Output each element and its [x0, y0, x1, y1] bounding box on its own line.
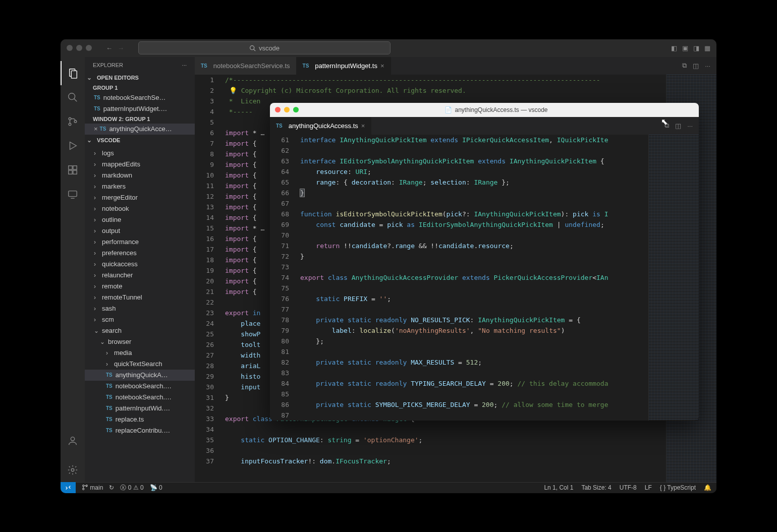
folder-item[interactable]: ›sash: [85, 303, 195, 314]
folder-item[interactable]: ›output: [85, 225, 195, 237]
toggle-secondary-sidebar-icon[interactable]: ◨: [693, 44, 699, 52]
minimap[interactable]: [648, 135, 699, 421]
svg-rect-12: [69, 170, 72, 173]
file-item[interactable]: TSnotebookSearch.…: [85, 381, 195, 392]
floating-titlebar: 📄anythingQuickAccess.ts — vscode: [270, 103, 699, 117]
floating-window: 📄anythingQuickAccess.ts — vscode TSanyth…: [270, 103, 699, 421]
open-editor-item[interactable]: TSnotebookSearchSe…: [85, 92, 195, 103]
run-debug-icon[interactable]: [61, 134, 85, 158]
open-editors-section[interactable]: ⌄OPEN EDITORS: [85, 72, 195, 83]
folder-item[interactable]: ›markdown: [85, 170, 195, 181]
svg-rect-13: [73, 170, 77, 173]
toggle-panel-icon[interactable]: ▣: [682, 44, 688, 52]
folder-item[interactable]: ›relauncher: [85, 270, 195, 281]
svg-marker-9: [70, 142, 77, 149]
file-item[interactable]: TSreplaceContribu.…: [85, 425, 195, 436]
search-icon[interactable]: [61, 85, 85, 109]
folder-item[interactable]: ›markers: [85, 181, 195, 192]
folder-item-search[interactable]: ⌄search: [85, 325, 195, 336]
editor-tabs: TSnotebookSearchService.ts TSpatternInpu…: [195, 57, 716, 75]
tab-notebook-search[interactable]: TSnotebookSearchService.ts: [195, 57, 297, 75]
search-icon: [249, 45, 256, 51]
nav-forward-icon[interactable]: →: [118, 44, 124, 52]
folder-item[interactable]: ›quickTextSearch: [85, 359, 195, 370]
svg-rect-14: [69, 191, 77, 196]
file-item[interactable]: TSreplace.ts: [85, 414, 195, 425]
svg-point-6: [69, 117, 71, 120]
split-editor-icon[interactable]: ◫: [675, 122, 681, 130]
floating-code-editor[interactable]: 6162636465666768697071727374757677787980…: [270, 135, 699, 421]
folder-item[interactable]: ›performance: [85, 237, 195, 248]
remote-indicator[interactable]: [61, 482, 76, 493]
folder-item[interactable]: ›remoteTunnel: [85, 292, 195, 303]
sidebar: EXPLORER ··· ⌄OPEN EDITORS GROUP 1 TSnot…: [85, 57, 195, 482]
file-item[interactable]: TSanythingQuickA…: [85, 370, 195, 381]
folder-item[interactable]: ›mappedEdits: [85, 159, 195, 170]
branch-indicator[interactable]: main: [82, 484, 103, 491]
language-mode[interactable]: { } TypeScript: [660, 484, 696, 491]
eol[interactable]: LF: [645, 484, 652, 491]
folder-item[interactable]: ›media: [85, 347, 195, 359]
folder-item[interactable]: ›notebook: [85, 203, 195, 214]
tab-anything-quick-access[interactable]: TSanythingQuickAccess.ts ×: [270, 117, 371, 135]
encoding[interactable]: UTF-8: [620, 484, 637, 491]
ports-indicator[interactable]: 📡 0: [150, 484, 162, 491]
group-label: WINDOW 2: GROUP 1: [85, 114, 195, 124]
file-item[interactable]: TSnotebookSearch.…: [85, 392, 195, 403]
sync-icon[interactable]: ↻: [109, 484, 114, 491]
folder-item[interactable]: ›logs: [85, 148, 195, 159]
source-control-icon[interactable]: [61, 109, 85, 134]
close-icon[interactable]: ×: [380, 62, 384, 70]
nav-back-icon[interactable]: ←: [106, 44, 113, 52]
folder-item[interactable]: ›quickaccess: [85, 259, 195, 270]
more-icon[interactable]: ···: [182, 62, 187, 68]
open-editor-item[interactable]: TSpatternInputWidget.…: [85, 103, 195, 114]
split-editor-icon[interactable]: ◫: [693, 62, 699, 70]
folder-item[interactable]: ›remote: [85, 281, 195, 292]
compare-icon[interactable]: ⧉: [664, 122, 669, 130]
close-icon[interactable]: [275, 107, 281, 112]
floating-title: anythingQuickAccess.ts — vscode: [455, 106, 547, 113]
svg-point-7: [69, 123, 71, 126]
customize-layout-icon[interactable]: ▦: [704, 44, 710, 52]
explorer-icon[interactable]: [61, 61, 85, 85]
svg-point-4: [69, 93, 75, 99]
cursor-position[interactable]: Ln 1, Col 1: [544, 484, 573, 491]
minimize-icon[interactable]: [284, 107, 290, 112]
folder-item[interactable]: ›mergeEditor: [85, 192, 195, 203]
more-icon[interactable]: ···: [687, 122, 693, 130]
maximize-icon[interactable]: [86, 45, 92, 51]
close-icon[interactable]: ×: [361, 122, 365, 130]
svg-rect-3: [71, 71, 77, 78]
problems-indicator[interactable]: ⓧ 0 ⚠ 0: [120, 484, 143, 492]
workspace-section[interactable]: ⌄VSCODE: [85, 135, 195, 146]
open-editor-item[interactable]: ×TSanythingQuickAcce…: [85, 124, 195, 135]
accounts-icon[interactable]: [61, 429, 85, 453]
tab-pattern-input[interactable]: TSpatternInputWidget.ts ×: [297, 57, 391, 75]
command-center[interactable]: vscode: [138, 41, 391, 54]
compare-icon[interactable]: ⧉: [682, 62, 687, 70]
toggle-primary-sidebar-icon[interactable]: ◧: [671, 44, 677, 52]
group-label: GROUP 1: [85, 83, 195, 92]
file-item[interactable]: TSpatternInputWid.…: [85, 403, 195, 414]
tab-label: anythingQuickAccess.ts: [289, 122, 358, 130]
minimize-icon[interactable]: [76, 45, 82, 51]
folder-item[interactable]: ›outline: [85, 214, 195, 225]
svg-point-17: [83, 485, 84, 487]
notifications-icon[interactable]: 🔔: [704, 484, 711, 491]
maximize-icon[interactable]: [293, 107, 299, 112]
remote-explorer-icon[interactable]: [61, 182, 85, 206]
folder-item[interactable]: ›scm: [85, 314, 195, 325]
close-icon[interactable]: [67, 45, 73, 51]
svg-line-5: [74, 98, 77, 101]
folder-item[interactable]: ›preferences: [85, 248, 195, 259]
titlebar: ← → vscode ◧ ▣ ◨ ▦: [61, 39, 716, 57]
extensions-icon[interactable]: [61, 158, 85, 182]
svg-point-8: [74, 120, 77, 123]
settings-gear-icon[interactable]: [61, 458, 85, 482]
close-icon[interactable]: ×: [94, 125, 98, 133]
svg-rect-11: [73, 165, 77, 169]
folder-item-browser[interactable]: ⌄browser: [85, 336, 195, 347]
indentation[interactable]: Tab Size: 4: [581, 484, 611, 491]
more-icon[interactable]: ···: [705, 62, 710, 70]
